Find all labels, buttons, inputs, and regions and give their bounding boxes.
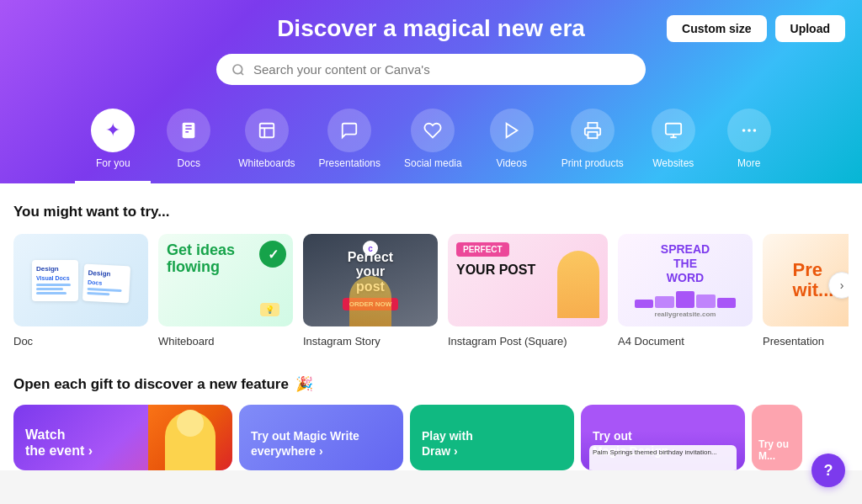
carousel-next-button[interactable]: › (828, 272, 849, 299)
docs-icon (167, 109, 210, 152)
search-bar (216, 54, 646, 85)
ig-story-label: Instagram Story (303, 335, 380, 347)
print-products-icon (571, 109, 615, 152)
search-icon (231, 63, 245, 77)
nav-label-videos: Videos (496, 157, 526, 169)
nav-label-print-products: Print products (561, 157, 624, 169)
a4-label: A4 Document (618, 335, 684, 347)
nav-item-presentations[interactable]: Presentations (307, 100, 392, 183)
try-section: You might want to try... Design Visual D… (13, 204, 849, 348)
ig-post-label: Instagram Post (Square) (448, 335, 567, 347)
a4-thumbnail: SPREAD THE WORD reallygreatsite.com (618, 234, 753, 326)
main-content: You might want to try... Design Visual D… (0, 183, 862, 470)
watch-event-text: Watchthe event › (25, 427, 221, 459)
svg-rect-1 (183, 123, 195, 138)
template-card-doc[interactable]: Design Visual Docs Design Docs (13, 234, 148, 348)
header-actions: Custom size Upload (667, 15, 845, 42)
ig-post-badge: PERFECT (456, 242, 509, 257)
svg-rect-5 (260, 124, 274, 138)
gifts-section: Open each gift to discover a new feature… (13, 375, 849, 470)
nav-icons: ✦ For you Docs Whiteboards Presentations (17, 100, 845, 183)
custom-size-button[interactable]: Custom size (667, 15, 766, 42)
header-top: Discover a magical new era Custom size U… (17, 15, 845, 42)
gifts-section-title: Open each gift to discover a new feature… (13, 375, 849, 393)
gift-card-magic-write[interactable]: Try out Magic Writeeverywhere › (239, 405, 403, 470)
search-input[interactable] (253, 62, 631, 77)
template-card-a4[interactable]: SPREAD THE WORD reallygreatsite.com A4 D… (618, 234, 753, 348)
social-media-icon (411, 109, 455, 152)
nav-label-more: More (737, 157, 760, 169)
presentations-icon (327, 109, 371, 152)
header: Discover a magical new era Custom size U… (0, 0, 862, 183)
nav-item-websites[interactable]: Websites (636, 100, 711, 183)
nav-item-print-products[interactable]: Print products (550, 100, 636, 183)
template-card-ig-story[interactable]: Perfect your post ORDER NOW c Instagram … (303, 234, 438, 348)
gifts-row: Watchthe event › Try out Magic Writeever… (13, 405, 849, 470)
more-icon (727, 109, 771, 152)
gift-card-try-more[interactable]: Try ouM... (752, 405, 802, 470)
try-section-title: You might want to try... (13, 204, 849, 220)
for-you-icon: ✦ (91, 109, 135, 152)
nav-item-videos[interactable]: Videos (474, 100, 550, 183)
svg-point-11 (742, 129, 746, 132)
template-card-whiteboard[interactable]: Get ideas flowing ✓ 💡 Whiteboard (158, 234, 293, 348)
try-more-text: Try ouM... (758, 438, 795, 462)
gift-card-watch[interactable]: Watchthe event › (13, 405, 232, 470)
nav-item-docs[interactable]: Docs (151, 100, 226, 183)
svg-point-12 (748, 129, 751, 132)
gift-card-magic-design[interactable]: Try outMagic Design › Palm Springs theme… (581, 405, 745, 470)
nav-label-presentations: Presentations (319, 157, 380, 169)
nav-item-whiteboards[interactable]: Whiteboards (226, 100, 306, 183)
nav-label-websites: Websites (652, 157, 694, 169)
nav-item-more[interactable]: More (711, 100, 787, 183)
nav-label-social-media: Social media (404, 157, 462, 169)
svg-point-0 (233, 65, 242, 74)
nav-label-docs: Docs (178, 157, 200, 169)
doc-label: Doc (13, 335, 33, 347)
svg-rect-8 (666, 124, 681, 135)
template-card-ig-post[interactable]: PERFECT YOUR POST Instagram Post (Square… (448, 234, 608, 348)
magic-write-text: Try out Magic Writeeverywhere › (251, 428, 391, 459)
presentation-label: Presentation (763, 335, 824, 347)
whiteboard-thumbnail: Get ideas flowing ✓ 💡 (158, 234, 293, 326)
nav-label-for-you: For you (96, 157, 130, 169)
nav-item-social-media[interactable]: Social media (392, 100, 474, 183)
doc-thumbnail: Design Visual Docs Design Docs (13, 234, 148, 326)
doc-page-title3: Design (88, 269, 125, 279)
gift-card-draw[interactable]: Play withDraw › (410, 405, 574, 470)
whiteboard-label: Whiteboard (158, 335, 214, 347)
draw-text: Play withDraw › (422, 428, 562, 459)
doc-page-title1: Design (36, 265, 74, 273)
nav-item-for-you[interactable]: ✦ For you (75, 100, 151, 183)
nav-label-whiteboards: Whiteboards (238, 157, 295, 169)
header-title: Discover a magical new era (277, 15, 585, 42)
doc-page-title2: Visual Docs (36, 275, 74, 281)
svg-rect-7 (588, 132, 597, 138)
svg-point-13 (753, 129, 756, 132)
svg-marker-6 (506, 124, 517, 138)
templates-row: Design Visual Docs Design Docs (13, 234, 849, 348)
websites-icon (652, 109, 695, 152)
ig-post-thumbnail: PERFECT YOUR POST (448, 234, 608, 326)
videos-icon (490, 109, 534, 152)
whiteboards-icon (245, 109, 289, 152)
upload-button[interactable]: Upload (775, 15, 845, 42)
ig-story-thumbnail: Perfect your post ORDER NOW c (303, 234, 438, 326)
